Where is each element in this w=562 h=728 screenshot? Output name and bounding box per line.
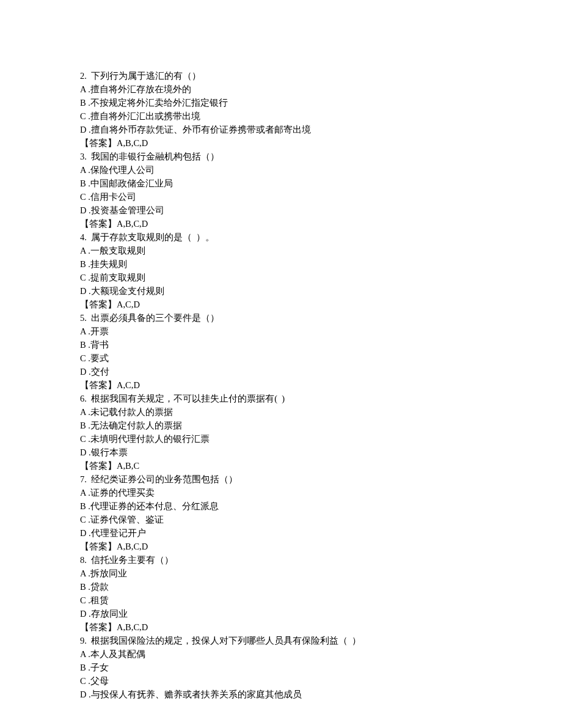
answer-line: 【答案】A,B,C,D [80, 620, 562, 634]
question-option: A .保险代理人公司 [80, 163, 562, 177]
question-option: A .未记载付款人的票据 [80, 405, 562, 419]
question-option: A .一般支取规则 [80, 244, 562, 257]
question-option: B .代理证券的还本付息、分红派息 [80, 499, 562, 513]
answer-line: 【答案】A,B,C,D [80, 136, 562, 150]
question-option: C .要式 [80, 351, 562, 365]
question-stem: 5. 出票必须具备的三个要件是（） [80, 311, 562, 325]
question-option: B .挂失规则 [80, 257, 562, 271]
question-option: D .交付 [80, 365, 562, 378]
question-option: C .父母 [80, 674, 562, 688]
question-stem: 3. 我国的非银行金融机构包括（） [80, 150, 562, 163]
question-option: A .证券的代理买卖 [80, 486, 562, 499]
question-option: D .投资基金管理公司 [80, 204, 562, 217]
answer-line: 【答案】A,C,D [80, 298, 562, 311]
question-option: A .拆放同业 [80, 567, 562, 580]
question-option: B .背书 [80, 338, 562, 351]
question-option: D .代理登记开户 [80, 526, 562, 540]
question-option: D .大额现金支付规则 [80, 284, 562, 298]
question-option: A .擅自将外汇存放在境外的 [80, 83, 562, 96]
answer-line: 【答案】A,C,D [80, 378, 562, 392]
question-option: D .与投保人有抚养、赡养或者扶养关系的家庭其他成员 [80, 688, 562, 701]
question-option: C .未填明代理付款人的银行汇票 [80, 432, 562, 446]
question-option: B .无法确定付款人的票据 [80, 419, 562, 432]
question-option: C .租赁 [80, 594, 562, 607]
question-option: D .存放同业 [80, 607, 562, 620]
question-stem: 6. 根据我国有关规定，不可以挂失止付的票据有( ) [80, 392, 562, 405]
question-option: B .中国邮政储金汇业局 [80, 177, 562, 190]
question-option: C .提前支取规则 [80, 271, 562, 284]
question-option: A .开票 [80, 325, 562, 338]
document-page: 2. 下列行为属于逃汇的有（）A .擅自将外汇存放在境外的B .不按规定将外汇卖… [0, 0, 562, 728]
question-option: C .擅自将外汇汇出或携带出境 [80, 109, 562, 123]
question-stem: 7. 经纪类证券公司的业务范围包括（） [80, 472, 562, 486]
answer-line: 【答案】A,B,C,D [80, 540, 562, 553]
question-option: B .子女 [80, 661, 562, 674]
question-stem: 4. 属于存款支取规则的是（ ）。 [80, 230, 562, 244]
question-stem: 8. 信托业务主要有（） [80, 553, 562, 567]
question-option: C .证券代保管、鉴证 [80, 513, 562, 526]
question-option: B .不按规定将外汇卖给外汇指定银行 [80, 96, 562, 109]
question-option: A .本人及其配偶 [80, 647, 562, 661]
question-option: C .信用卡公司 [80, 190, 562, 204]
answer-line: 【答案】A,B,C [80, 459, 562, 472]
question-stem: 2. 下列行为属于逃汇的有（） [80, 69, 562, 83]
question-option: D .银行本票 [80, 446, 562, 459]
answer-line: 【答案】A,B,C,D [80, 217, 562, 230]
question-option: B .贷款 [80, 580, 562, 594]
question-stem: 9. 根据我国保险法的规定，投保人对下列哪些人员具有保险利益（ ） [80, 634, 562, 647]
question-option: D .擅自将外币存款凭证、外币有价证券携带或者邮寄出境 [80, 123, 562, 136]
